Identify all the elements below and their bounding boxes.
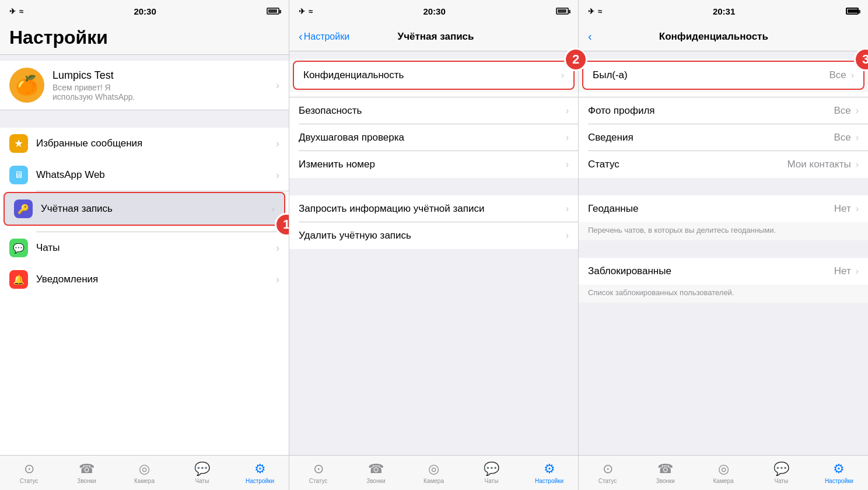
photo-item[interactable]: Фото профиля Все › [579,97,868,124]
tab-status-label-3: Статус [598,478,617,484]
info-item[interactable]: Сведения Все › [579,124,868,151]
tab-chats-3[interactable]: 💬 Чаты [752,461,810,484]
tab-status-2[interactable]: ⊙ Статус [289,461,347,484]
status-time-3: 20:31 [713,6,735,16]
tab-chats-1[interactable]: 💬 Чаты [173,461,231,484]
tab-chats-label-2: Чаты [485,478,499,484]
starred-label: Избранные сообщения [36,138,276,149]
nav-back-label-2: Настройки [304,32,349,42]
requestinfo-label: Запросить информацию учётной записи [299,203,566,215]
photo-value: Все [834,105,850,117]
settings-item-notif[interactable]: 🔔 Уведомления › [0,264,289,295]
notif-chevron: › [276,274,279,286]
tab-status-icon-1: ⊙ [24,461,34,477]
panel-privacy: ✈ ≈ 20:31 ‹ Конфиденциальность Был(-а) В… [579,0,868,490]
tab-camera-2[interactable]: ◎ Камера [405,461,463,484]
settings-item-chats[interactable]: 💬 Чаты › [0,232,289,264]
tab-calls-icon-3: ☎ [657,461,673,477]
nav-back-3[interactable]: ‹ [588,30,592,43]
wifi-icon-3: ≈ [598,7,602,16]
settings-item-account[interactable]: 🔑 Учётная запись › [4,192,285,226]
privacy-item[interactable]: Конфиденциальность › [293,61,575,90]
profile-chevron: › [276,79,279,92]
flex-spacer-2 [289,249,578,456]
security-item[interactable]: Безопасность › [289,97,578,124]
tab-camera-1[interactable]: ◎ Камера [116,461,173,484]
starred-chevron: › [276,138,279,150]
tab-chats-2[interactable]: 💬 Чаты [463,461,520,484]
deleteaccount-item[interactable]: Удалить учётную запись › [289,222,578,249]
wifi-icon-2: ≈ [309,7,313,16]
back-chevron-2: ‹ [299,30,303,43]
blocked-item[interactable]: Заблокированные Нет › [579,258,868,285]
twostep-label: Двухшаговая проверка [299,132,566,144]
tab-camera-icon-3: ◎ [718,461,729,477]
tab-calls-label-1: Звонки [77,478,96,484]
web-label: WhatsApp Web [36,169,276,181]
twostep-chevron: › [566,132,569,143]
blocked-subtitle: Список заблокированных пользователей. [579,285,868,303]
nav-bar-2: ‹ Настройки Учётная запись [289,22,578,51]
panel-settings: ✈ ≈ 20:30 Настройки 🍊 Lumpics Test Всем … [0,0,289,490]
tab-settings-label-1: Настройки [246,478,274,484]
status-label-3: Статус [588,159,787,170]
status-time-2: 20:30 [423,6,445,16]
tab-status-1[interactable]: ⊙ Статус [0,461,58,484]
gap-before-profile [0,55,289,61]
tab-settings-1[interactable]: ⚙ Настройки [231,461,289,484]
avatar: 🍊 [9,68,44,103]
privacy-chevron: › [561,70,564,80]
airplane-icon-2: ✈ [299,7,305,16]
twostep-item[interactable]: Двухшаговая проверка › [289,124,578,151]
gap-top-2 [289,51,578,58]
tab-bar-1: ⊙ Статус ☎ Звонки ◎ Камера 💬 Чаты ⚙ Наст… [0,455,289,490]
web-icon: 🖥 [9,166,28,184]
settings-item-starred[interactable]: ★ Избранные сообщения › [0,128,289,159]
nav-back-2[interactable]: ‹ Настройки [299,30,349,43]
notif-icon: 🔔 [9,270,28,289]
tab-camera-3[interactable]: ◎ Камера [694,461,752,484]
geodata-chevron: › [856,204,859,214]
battery-icon-3 [846,8,859,15]
tab-camera-label-1: Камера [134,478,155,484]
status-bar-right-2 [556,8,569,15]
page-title: Настройки [9,27,279,48]
tab-chats-icon-3: 💬 [774,461,789,477]
status-bar-3: ✈ ≈ 20:31 [579,0,868,22]
geodata-value: Нет [834,203,851,215]
tab-calls-1[interactable]: ☎ Звонки [58,461,116,484]
panel-account: ✈ ≈ 20:30 ‹ Настройки Учётная запись Кон… [289,0,579,490]
status-bar-left-3: ✈ ≈ [588,7,602,16]
lastseen-wrapper: Был(-а) Все › 3 [579,58,868,92]
blocked-chevron: › [856,266,859,276]
tab-status-3[interactable]: ⊙ Статус [579,461,636,484]
status-bar-left-2: ✈ ≈ [299,7,313,16]
info-chevron: › [856,132,859,143]
tab-calls-3[interactable]: ☎ Звонки [636,461,694,484]
nav-bar-3: ‹ Конфиденциальность [579,22,868,51]
gap-mid-3b [579,240,868,258]
profile-row[interactable]: 🍊 Lumpics Test Всем привет! Яиспользую W… [0,61,289,110]
gap-top-3 [579,51,868,58]
status-item-3[interactable]: Статус Мои контакты › [579,151,868,178]
privacy-label: Конфиденциальность [303,69,561,81]
status-time-1: 20:30 [134,6,156,16]
settings-item-web[interactable]: 🖥 WhatsApp Web › [0,159,289,191]
blocked-value: Нет [834,265,851,277]
tab-settings-2[interactable]: ⚙ Настройки [520,461,578,484]
requestinfo-item[interactable]: Запросить информацию учётной записи › [289,195,578,222]
changenumber-chevron: › [566,159,569,170]
tab-settings-3[interactable]: ⚙ Настройки [810,461,868,484]
status-chevron-3: › [856,159,859,170]
account-icon: 🔑 [14,200,33,218]
gap-1 [0,110,289,128]
changenumber-item[interactable]: Изменить номер › [289,151,578,178]
tab-calls-2[interactable]: ☎ Звонки [347,461,405,484]
tab-camera-label-2: Камера [424,478,444,484]
chats-icon: 💬 [9,239,28,257]
requestinfo-chevron: › [566,204,569,214]
geodata-item[interactable]: Геоданные Нет › [579,195,868,222]
status-bar-right-1 [267,8,279,15]
gap-lastseen [579,92,868,97]
lastseen-item[interactable]: Был(-а) Все › [582,61,864,90]
